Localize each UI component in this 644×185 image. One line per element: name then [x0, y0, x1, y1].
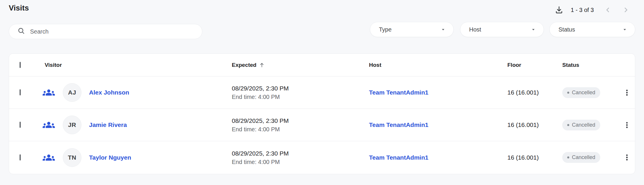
host-link[interactable]: Team TenantAdmin1 [369, 154, 428, 161]
group-visit-icon [43, 151, 55, 164]
avatar: JR [63, 116, 81, 134]
caret-down-icon [622, 27, 627, 32]
avatar: TN [63, 148, 81, 167]
kebab-menu-button[interactable] [620, 151, 633, 164]
filter-status-label: Status [558, 26, 575, 33]
column-header-visitor-label: Visitor [45, 62, 62, 68]
status-badge: Cancelled [562, 120, 600, 130]
sort-ascending-icon [259, 62, 265, 68]
group-visit-icon [43, 86, 55, 99]
expected-datetime: 08/29/2025, 2:30 PM [232, 149, 369, 158]
select-all-checkbox[interactable] [20, 62, 21, 68]
toolbar: 1 - 3 of 3 [553, 3, 632, 17]
status-dot-icon [567, 124, 569, 126]
filter-status-dropdown[interactable]: Status [549, 22, 635, 37]
pagination-range: 1 - 3 of 3 [571, 7, 594, 13]
filter-type-label: Type [379, 26, 391, 33]
page-title: Visits [9, 4, 29, 13]
floor-value: 16 (16.001) [507, 121, 562, 128]
table-row[interactable]: JR Jamie Rivera 08/29/2025, 2:30 PM End … [9, 109, 635, 141]
status-label: Cancelled [572, 90, 595, 96]
expected-end-time: End time: 4:00 PM [232, 158, 369, 166]
floor-value: 16 (16.001) [507, 154, 562, 161]
expected-datetime: 08/29/2025, 2:30 PM [232, 116, 369, 125]
column-header-visitor: Visitor [35, 62, 232, 68]
column-header-expected[interactable]: Expected [232, 62, 369, 68]
expected-end-time: End time: 4:00 PM [232, 125, 369, 133]
column-header-host-label: Host [369, 62, 381, 68]
filter-type-dropdown[interactable]: Type [370, 22, 454, 37]
visitor-name-link[interactable]: Alex Johnson [89, 89, 129, 96]
visitor-name-link[interactable]: Taylor Nguyen [89, 154, 131, 161]
host-link[interactable]: Team TenantAdmin1 [369, 89, 428, 96]
column-header-host: Host [369, 62, 507, 68]
column-header-expected-label: Expected [232, 62, 256, 68]
caret-down-icon [531, 27, 536, 32]
row-checkbox[interactable] [20, 154, 21, 160]
status-dot-icon [567, 156, 569, 158]
table-row[interactable]: AJ Alex Johnson 08/29/2025, 2:30 PM End … [9, 76, 635, 109]
expected-end-time: End time: 4:00 PM [232, 93, 369, 101]
table-header-row: Visitor Expected Host Floor Status [9, 54, 635, 76]
row-checkbox[interactable] [20, 122, 21, 128]
filter-host-label: Host [469, 26, 481, 33]
search-input[interactable] [30, 28, 196, 35]
search-box [9, 24, 202, 39]
status-badge: Cancelled [562, 87, 600, 98]
table-row[interactable]: TN Taylor Nguyen 08/29/2025, 2:30 PM End… [9, 141, 635, 174]
avatar: AJ [63, 83, 81, 102]
chevron-right-icon[interactable] [619, 4, 632, 16]
host-link[interactable]: Team TenantAdmin1 [369, 121, 428, 128]
row-checkbox[interactable] [20, 89, 21, 95]
group-visit-icon [43, 119, 55, 131]
chevron-left-icon[interactable] [601, 4, 614, 16]
column-header-status-label: Status [562, 62, 579, 68]
kebab-menu-button[interactable] [620, 118, 633, 132]
status-dot-icon [567, 92, 569, 94]
kebab-menu-button[interactable] [620, 86, 633, 99]
visitor-name-link[interactable]: Jamie Rivera [89, 121, 127, 128]
visits-table: Visitor Expected Host Floor Status [9, 53, 635, 174]
column-header-floor-label: Floor [507, 62, 521, 68]
search-icon [17, 27, 25, 36]
status-label: Cancelled [572, 122, 595, 128]
column-header-floor: Floor [507, 62, 562, 68]
filter-host-dropdown[interactable]: Host [460, 22, 544, 37]
status-badge: Cancelled [562, 152, 600, 163]
status-label: Cancelled [572, 154, 595, 160]
expected-datetime: 08/29/2025, 2:30 PM [232, 84, 369, 93]
download-icon[interactable] [553, 4, 565, 16]
floor-value: 16 (16.001) [507, 89, 562, 96]
caret-down-icon [441, 27, 446, 32]
column-header-status: Status [562, 62, 618, 68]
